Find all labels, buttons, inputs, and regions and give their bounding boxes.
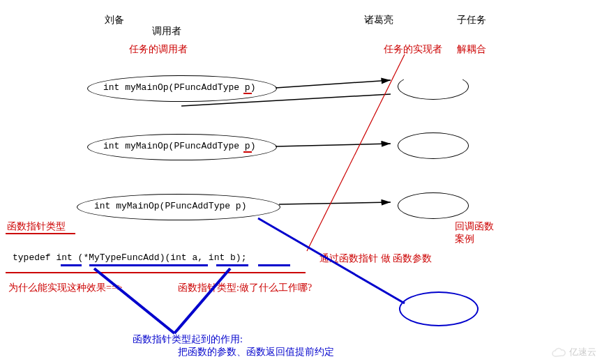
header-zhuge-liang: 诸葛亮 xyxy=(364,14,393,26)
cloud-icon xyxy=(551,347,566,358)
arrow-func3-to-target3 xyxy=(279,202,391,204)
blue-underline-int xyxy=(61,264,82,266)
blue-v-left xyxy=(94,268,174,333)
watermark-text: 亿速云 xyxy=(569,346,596,358)
label-fp-type: 函数指针类型 xyxy=(7,220,66,233)
func-signature-2: int myMainOp(PFuncAddType p) xyxy=(103,141,255,151)
arrow-func1-to-target1 xyxy=(276,80,391,88)
red-diagonal-line xyxy=(307,54,405,251)
blue-underline-fname xyxy=(89,264,208,266)
func-signature-1: int myMainOp(PFuncAddType p) xyxy=(103,82,255,93)
label-role-1: 函数指针类型起到的作用: xyxy=(133,333,243,346)
target-ellipse-3 xyxy=(398,192,469,219)
watermark: 亿速云 xyxy=(551,346,596,358)
label-via-fp: 通过函数指针 做 函数参数 xyxy=(319,252,432,265)
label-why-effect: 为什么能实现这种效果==> xyxy=(8,282,123,294)
target-ellipse-2 xyxy=(398,132,469,159)
blue-underline-arg-a xyxy=(216,264,248,266)
header-caller: 调用者 xyxy=(152,25,181,38)
typedef-line: typedef int (*MyTypeFuncAdd)(int a, int … xyxy=(13,252,246,263)
label-callback-1: 回调函数 xyxy=(455,220,494,233)
header-liu-bei: 刘备 xyxy=(105,14,124,26)
target-ellipse-1 xyxy=(398,73,469,100)
red-line-typedef xyxy=(6,272,306,273)
diagram-lines xyxy=(0,0,602,364)
underline-fp-type xyxy=(6,233,75,234)
label-task-caller: 任务的调用者 xyxy=(129,43,188,56)
label-role-2: 把函数的参数、函数返回值提前约定 xyxy=(178,346,334,358)
label-callback-2: 案例 xyxy=(455,233,474,245)
impl-ellipse-blue xyxy=(399,291,479,326)
label-task-implementer: 任务的实现者 xyxy=(384,43,442,56)
label-fp-type-what: 函数指针类型:做了什么工作哪? xyxy=(178,282,312,294)
red-tick-2 xyxy=(243,151,252,153)
blue-underline-arg-b xyxy=(258,264,290,266)
func-signature-3: int myMainOp(PFuncAddType p) xyxy=(94,201,246,211)
header-subtask: 子任务 xyxy=(457,14,486,26)
red-tick-1 xyxy=(243,93,252,94)
blue-v-right xyxy=(174,268,230,333)
arrow-func2-to-target2 xyxy=(276,144,391,146)
label-decoupling: 解耦合 xyxy=(457,43,486,56)
